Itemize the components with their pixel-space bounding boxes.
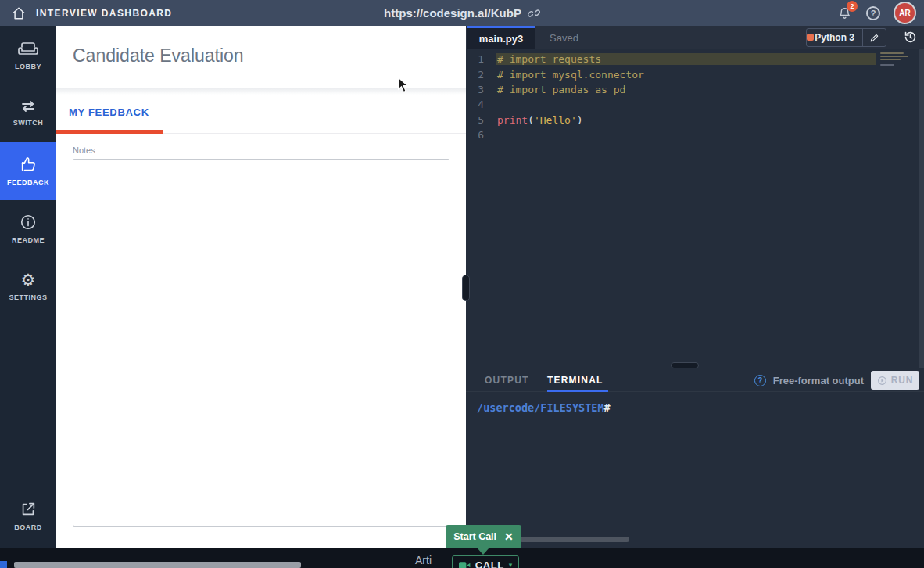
line-number: 5 [466, 114, 496, 126]
line-number: 6 [466, 129, 496, 141]
switch-arrows-icon [20, 99, 37, 113]
video-camera-icon [459, 561, 471, 568]
feedback-panel: Candidate Evaluation MY FEEDBACK Notes [56, 26, 466, 548]
language-label: Python 3 [807, 29, 862, 46]
caret-down-icon: ▾ [509, 561, 513, 568]
notes-label: Notes [73, 146, 95, 155]
free-format-help-icon[interactable]: ? [754, 375, 766, 386]
code-line[interactable]: 2# import mysql.connector [466, 67, 924, 81]
minimap[interactable] [880, 52, 918, 67]
tab-my-feedback[interactable]: MY FEEDBACK [69, 106, 149, 118]
sidebar-item-feedback[interactable]: FEEDBACK [0, 142, 56, 200]
app-window: INTERVIEW DASHBOARD https://codesign.al/… [0, 0, 924, 568]
bottombar-partial-text: Arti [415, 554, 432, 566]
editor-tabbar: main.py3 Saved Python 3 [466, 26, 924, 49]
avatar[interactable]: AR [895, 3, 915, 23]
horizontal-resize-handle[interactable] [671, 362, 699, 368]
thumbs-up-icon [19, 156, 38, 173]
code-line[interactable]: 6 [466, 128, 924, 142]
sidebar-item-label: SETTINGS [9, 293, 47, 301]
editor-vertical-scrollbar[interactable] [919, 49, 924, 368]
help-button[interactable]: ? [866, 6, 880, 20]
code-editor[interactable]: 1# import requests2# import mysql.connec… [466, 49, 924, 368]
editor-panel: main.py3 Saved Python 3 1# import reques… [466, 26, 924, 548]
gear-icon: ⚙ [21, 272, 36, 288]
terminal-prompt-hash: # [604, 401, 611, 414]
link-icon[interactable] [528, 7, 540, 20]
sidebar-item-label: README [12, 236, 45, 244]
info-icon [20, 214, 37, 231]
sidebar: LOBBY SWITCH FEEDBACK README ⚙ SETTINGS [0, 26, 56, 548]
console-panel: OUTPUT TERMINAL ? Free-format output RUN… [466, 368, 924, 548]
sidebar-item-board[interactable]: BOARD [0, 487, 56, 545]
console-tabrow: OUTPUT TERMINAL ? Free-format output RUN [466, 368, 924, 392]
console-horizontal-scrollbar[interactable] [520, 537, 629, 542]
dashboard-title: INTERVIEW DASHBOARD [36, 8, 172, 19]
active-tab-underline [56, 130, 163, 134]
code-text: # import requests [496, 53, 876, 65]
line-number: 2 [466, 69, 496, 81]
code-line[interactable]: 1# import requests [466, 52, 924, 67]
page-title: Candidate Evaluation [73, 45, 244, 67]
language-selector[interactable]: Python 3 [806, 28, 886, 47]
run-label: RUN [891, 375, 913, 386]
close-icon[interactable]: ✕ [504, 531, 514, 542]
notification-badge: 2 [847, 1, 858, 12]
tab-main-py3[interactable]: main.py3 [467, 26, 535, 49]
call-label: CALL [475, 559, 504, 568]
code-line[interactable]: 4 [466, 97, 924, 112]
sidebar-item-label: FEEDBACK [7, 178, 49, 186]
terminal[interactable]: /usercode/FILESYSTEM# [466, 392, 924, 414]
sidebar-item-lobby[interactable]: LOBBY [0, 26, 56, 84]
code-text: print('Hello') [496, 114, 876, 126]
external-link-icon [20, 501, 37, 518]
bottom-horizontal-scrollbar[interactable] [14, 562, 301, 568]
terminal-prompt-path: /usercode/FILESYSTEM [477, 401, 604, 414]
sidebar-item-settings[interactable]: ⚙ SETTINGS [0, 257, 56, 315]
vertical-resize-handle[interactable] [462, 275, 470, 301]
code-text: # import pandas as pd [496, 84, 876, 95]
code-lines: 1# import requests2# import mysql.connec… [466, 49, 924, 142]
code-text: # import mysql.connector [496, 69, 876, 81]
sidebar-item-readme[interactable]: README [0, 200, 56, 257]
run-button[interactable]: RUN [871, 371, 919, 390]
tooltip-label: Start Call [453, 531, 496, 542]
home-icon[interactable] [12, 6, 26, 20]
couch-icon [18, 40, 38, 57]
line-number: 1 [466, 53, 496, 65]
sidebar-item-label: SWITCH [13, 119, 44, 127]
notifications-button[interactable]: 2 [838, 6, 851, 20]
tooltip-arrow [477, 548, 489, 555]
line-number: 3 [466, 84, 496, 95]
code-line[interactable]: 5print('Hello') [466, 113, 924, 128]
topbar: INTERVIEW DASHBOARD https://codesign.al/… [0, 0, 924, 26]
code-line[interactable]: 3# import pandas as pd [466, 82, 924, 97]
history-icon[interactable] [903, 30, 918, 45]
sidebar-item-switch[interactable]: SWITCH [0, 84, 56, 142]
sidebar-item-label: LOBBY [15, 63, 41, 70]
sidebar-item-label: BOARD [14, 523, 42, 531]
session-url[interactable]: https://codesign.al/KubP [384, 6, 521, 20]
free-format-label[interactable]: Free-format output [773, 375, 864, 386]
notes-textarea[interactable] [73, 159, 449, 527]
edit-pencil-icon[interactable] [862, 29, 886, 46]
start-call-tooltip: Start Call ✕ [446, 525, 521, 548]
tab-output[interactable]: OUTPUT [485, 368, 529, 392]
call-button[interactable]: CALL ▾ [452, 555, 519, 568]
line-number: 4 [466, 99, 496, 110]
bottom-scrollbar-corner [0, 561, 7, 568]
tab-terminal[interactable]: TERMINAL [547, 368, 603, 392]
save-status: Saved [550, 26, 578, 49]
terminal-tab-underline [547, 390, 608, 392]
header-divider [56, 88, 466, 95]
